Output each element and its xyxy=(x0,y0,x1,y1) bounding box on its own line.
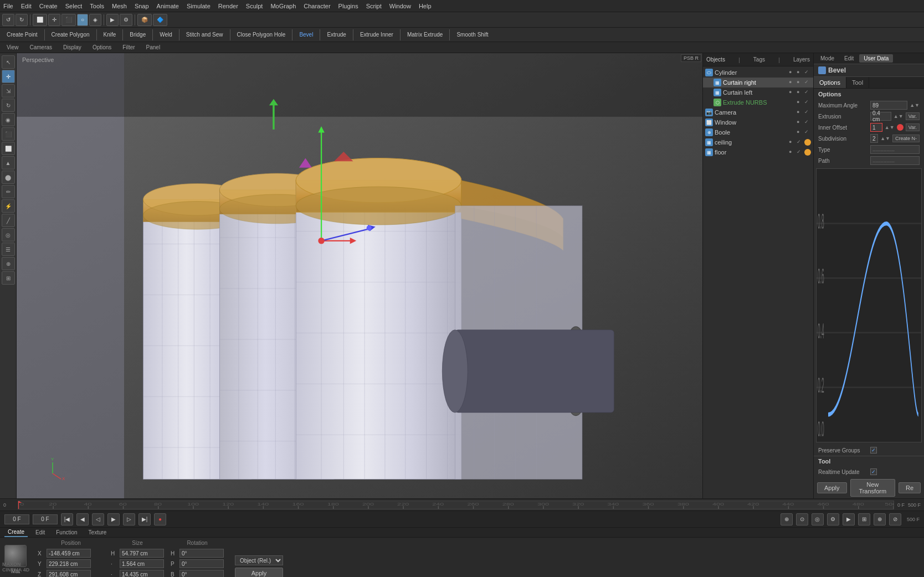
move-button[interactable]: ✛ xyxy=(48,14,60,26)
edit-tab-bottom[interactable]: Edit xyxy=(32,528,48,537)
reset-button[interactable]: Re xyxy=(899,482,921,493)
cl-check[interactable]: ✓ xyxy=(804,89,811,96)
cam-vis[interactable]: ● xyxy=(797,109,803,116)
size-y-input[interactable] xyxy=(120,559,164,568)
next-frame-btn[interactable]: ▷ xyxy=(123,513,135,526)
layers-tab[interactable]: Layers xyxy=(793,56,810,63)
pos-y-input[interactable] xyxy=(47,559,91,568)
viewport[interactable]: Y X Perspective PSB R xyxy=(17,53,702,498)
cylinder-check[interactable]: ✓ xyxy=(804,69,811,76)
pb-ctrl-5[interactable]: ▶ xyxy=(843,513,855,526)
realtime-update-checkbox[interactable]: ✓ xyxy=(870,468,877,475)
tree-item-extrude-nurbs[interactable]: ⬡ Extrude NURBS ● ✓ xyxy=(703,97,813,107)
apply-button[interactable]: Apply xyxy=(817,482,847,493)
tool-select[interactable]: ↖ xyxy=(2,55,15,69)
tree-item-window[interactable]: ⬜ Window ● ✓ xyxy=(703,117,813,127)
tool-rotate[interactable]: ↻ xyxy=(2,99,15,112)
menu-mesh[interactable]: Mesh xyxy=(112,3,127,9)
menu-script[interactable]: Script xyxy=(366,3,382,9)
pb-ctrl-4[interactable]: ⚙ xyxy=(827,513,839,526)
display-tab[interactable]: Display xyxy=(60,43,85,51)
cylinder-vis[interactable]: ● xyxy=(789,69,795,76)
menu-snap[interactable]: Snap xyxy=(135,3,149,9)
edit-tab[interactable]: Edit xyxy=(840,54,858,63)
matrix-extrude-btn[interactable]: Matrix Extrude xyxy=(404,30,446,39)
transform-button[interactable]: ◈ xyxy=(89,14,101,26)
extrude-inner-btn[interactable]: Extrude Inner xyxy=(357,30,397,39)
tree-item-ceiling[interactable]: ▦ ceiling ● ✓ xyxy=(703,137,813,147)
tree-item-curtain-right[interactable]: ▦ Curtain right ● ● ✓ xyxy=(703,78,813,87)
tool-14[interactable]: ⊕ xyxy=(2,257,15,270)
menu-animate[interactable]: Animate xyxy=(157,3,179,9)
bridge-btn[interactable]: Bridge xyxy=(126,30,149,39)
play-reverse-btn[interactable]: ◁ xyxy=(92,513,104,526)
tool-13[interactable]: ☰ xyxy=(2,243,15,256)
b-check[interactable]: ✓ xyxy=(804,129,811,136)
smooth-shift-btn[interactable]: Smooth Shift xyxy=(453,30,491,39)
menu-simulate[interactable]: Simulate xyxy=(187,3,211,9)
inner-offset-stepper[interactable]: ▲▼ xyxy=(885,125,895,130)
prev-frame-btn[interactable]: ◀ xyxy=(76,513,89,526)
preserve-groups-checkbox[interactable]: ✓ xyxy=(870,447,877,454)
rot-h-input[interactable] xyxy=(179,549,224,558)
view-tab[interactable]: View xyxy=(3,43,22,51)
tool-6[interactable]: ⬜ xyxy=(2,142,15,155)
menu-plugins[interactable]: Plugins xyxy=(338,3,358,9)
close-poly-btn[interactable]: Close Polygon Hole xyxy=(234,30,289,39)
extrusion-value[interactable]: 0.4 cm xyxy=(870,112,891,121)
win-vis[interactable]: ● xyxy=(797,119,803,126)
menu-character[interactable]: Character xyxy=(304,3,330,9)
record-btn[interactable]: ● xyxy=(154,513,166,526)
create-n-btn[interactable]: Create N- xyxy=(892,135,920,142)
texture-tab[interactable]: Texture xyxy=(85,528,110,537)
menu-select[interactable]: Select xyxy=(65,3,83,9)
poly-mode-button[interactable]: 🔷 xyxy=(153,14,167,26)
bevel-btn[interactable]: Bevel xyxy=(296,30,316,39)
ceil-vis[interactable]: ● xyxy=(789,139,795,146)
win-check[interactable]: ✓ xyxy=(804,119,811,126)
undo-button[interactable]: ↺ xyxy=(2,14,14,26)
size-z-input[interactable] xyxy=(120,570,164,577)
jump-start-btn[interactable]: |◀ xyxy=(61,513,73,526)
userdata-tab[interactable]: User Data xyxy=(859,54,893,63)
menu-window[interactable]: Window xyxy=(389,3,411,9)
pos-x-input[interactable] xyxy=(47,549,91,558)
cr-check[interactable]: ✓ xyxy=(804,79,811,86)
tool-8[interactable]: ⬤ xyxy=(2,171,15,184)
menu-render[interactable]: Render xyxy=(218,3,238,9)
menu-edit[interactable]: Edit xyxy=(21,3,32,9)
tree-item-boole[interactable]: ⊕ Boole ● ✓ xyxy=(703,127,813,137)
cam-check[interactable]: ✓ xyxy=(804,109,811,116)
tree-item-camera[interactable]: 📷 Camera ● ✓ xyxy=(703,107,813,117)
options-tab[interactable]: Options xyxy=(89,43,115,51)
tool-7[interactable]: ▲ xyxy=(2,156,15,169)
n-check[interactable]: ✓ xyxy=(804,99,811,106)
rot-p-input[interactable] xyxy=(179,559,224,568)
cr-vis2[interactable]: ● xyxy=(797,79,803,86)
tool-5[interactable]: ⬛ xyxy=(2,127,15,141)
jump-end-btn[interactable]: ▶| xyxy=(138,513,151,526)
pb-ctrl-6[interactable]: ⊞ xyxy=(858,513,870,526)
tool-tab-btn[interactable]: Tool xyxy=(846,77,869,88)
extrusion-var-btn[interactable]: Var. xyxy=(906,112,920,120)
weld-btn[interactable]: Weld xyxy=(156,30,176,39)
create-point-btn[interactable]: Create Point xyxy=(3,30,41,39)
tool-10[interactable]: ⚡ xyxy=(2,199,15,213)
tree-item-floor[interactable]: ▦ floor ● ✓ xyxy=(703,147,813,157)
n-vis[interactable]: ● xyxy=(797,99,803,106)
cylinder-vis2[interactable]: ● xyxy=(797,69,803,76)
knife-btn[interactable]: Knife xyxy=(100,30,120,39)
menu-sculpt[interactable]: Sculpt xyxy=(246,3,263,9)
function-tab[interactable]: Function xyxy=(53,528,80,537)
pb-ctrl-2[interactable]: ⊙ xyxy=(796,513,808,526)
menu-help[interactable]: Help xyxy=(419,3,432,9)
floor-vis[interactable]: ● xyxy=(789,149,795,156)
pb-ctrl-3[interactable]: ◎ xyxy=(812,513,824,526)
pb-ctrl-8[interactable]: ⊘ xyxy=(889,513,901,526)
stitch-btn[interactable]: Stitch and Sew xyxy=(183,30,227,39)
cr-vis[interactable]: ● xyxy=(789,79,795,86)
scale-button[interactable]: ⬛ xyxy=(61,14,76,26)
subdivision-stepper[interactable]: ▲▼ xyxy=(880,136,890,141)
size-x-input[interactable] xyxy=(120,549,164,558)
create-polygon-btn[interactable]: Create Polygon xyxy=(48,30,93,39)
